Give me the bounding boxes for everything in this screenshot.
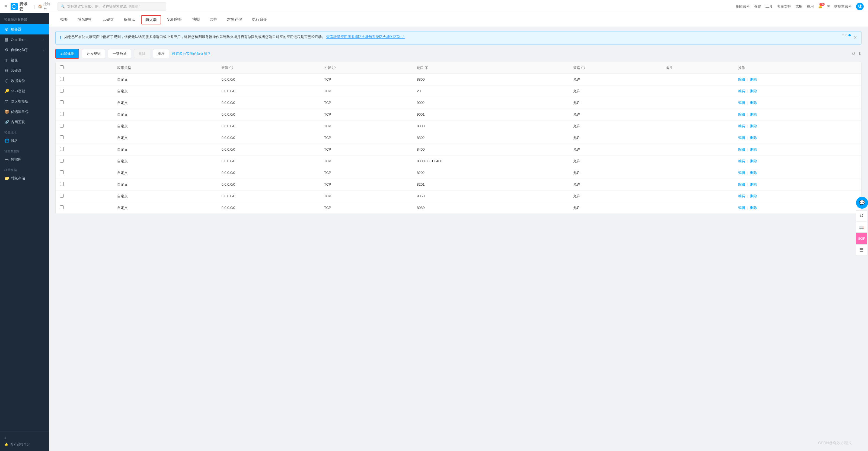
delete-action-link[interactable]: 删除 [750, 112, 757, 116]
row-select-checkbox[interactable] [60, 194, 64, 198]
sidebar-item-data-backup[interactable]: ⬡ 数据备份 [0, 76, 49, 86]
sidebar-item-database[interactable]: 🗃 数据库 [0, 154, 49, 165]
row-port: 8800 [412, 73, 569, 85]
delete-action-link[interactable]: 删除 [750, 171, 757, 175]
nav-group-account[interactable]: 集团账号 [736, 4, 750, 9]
row-port: 8202 [412, 167, 569, 179]
sidebar-item-firewall-tpl[interactable]: 🛡 防火墙模板 [0, 96, 49, 107]
edit-action-link[interactable]: 编辑 [738, 77, 745, 82]
tab-dns[interactable]: 域名解析 [73, 13, 98, 26]
nav-messages[interactable]: ✉ [827, 4, 830, 8]
select-all-checkbox[interactable] [60, 65, 64, 69]
float-scif-button[interactable]: SCiF [856, 233, 867, 244]
hamburger-menu[interactable]: ≡ [4, 3, 7, 9]
row-actions: 编辑 | 删除 [734, 190, 861, 202]
multiple-firewall-link[interactable]: 设置多台实例的防火墙？ [172, 51, 211, 56]
nav-notifications[interactable]: 🔔 24 [818, 4, 823, 8]
home-icon: 🏠 [38, 4, 42, 8]
row-type: 自定义 [113, 120, 217, 132]
one-click-button[interactable]: 一键放通 [108, 49, 131, 58]
tab-backup[interactable]: 备份点 [119, 13, 140, 26]
import-rule-button[interactable]: 导入规则 [82, 49, 105, 58]
tab-overview[interactable]: 概要 [55, 13, 73, 26]
tab-snapshot[interactable]: 快照 [187, 13, 205, 26]
avatar[interactable]: 哒 [856, 3, 864, 10]
tab-object-storage[interactable]: 对象存储 [222, 13, 247, 26]
edit-action-link[interactable]: 编辑 [738, 182, 745, 186]
row-actions: 编辑 | 删除 [734, 155, 861, 167]
delete-action-link[interactable]: 删除 [750, 77, 757, 82]
edit-action-link[interactable]: 编辑 [738, 194, 745, 198]
nav-record[interactable]: 备案 [754, 4, 761, 9]
delete-action-link[interactable]: 删除 [750, 159, 757, 163]
row-select-checkbox[interactable] [60, 112, 64, 116]
float-menu-button[interactable]: ☰ [856, 244, 867, 255]
delete-action-link[interactable]: 删除 [750, 89, 757, 93]
row-port: 9001 [412, 109, 569, 120]
delete-action-link[interactable]: 删除 [750, 182, 757, 186]
row-select-checkbox[interactable] [60, 89, 64, 93]
sidebar-collapse[interactable]: ≡ [4, 435, 44, 441]
alert-link[interactable]: 查看轻量应用服务器防火墙与系统防火墙的区别 ↗ [326, 35, 405, 39]
sidebar-item-server[interactable]: ⊙ 服务器 [0, 24, 49, 34]
alert-close-button[interactable]: ✕ [854, 34, 857, 41]
tab-cloud-disk[interactable]: 云硬盘 [98, 13, 119, 26]
nav-tools[interactable]: 工具 [766, 4, 773, 9]
sidebar-label-firewall-tpl: 防火墙模板 [11, 99, 44, 104]
row-select-checkbox[interactable] [60, 205, 64, 209]
row-select-checkbox[interactable] [60, 124, 64, 127]
edit-action-link[interactable]: 编辑 [738, 159, 745, 163]
edit-action-link[interactable]: 编辑 [738, 112, 745, 116]
nav-billing[interactable]: 费用 [807, 4, 814, 9]
tab-monitor[interactable]: 监控 [205, 13, 222, 26]
sidebar-item-mirror[interactable]: ◫ 镜像 [0, 55, 49, 65]
row-select-checkbox[interactable] [60, 100, 64, 104]
delete-action-link[interactable]: 删除 [750, 206, 757, 210]
row-select-checkbox[interactable] [60, 136, 64, 139]
notification-badge: 24 [819, 3, 825, 6]
edit-action-link[interactable]: 编辑 [738, 124, 745, 128]
delete-action-link[interactable]: 删除 [750, 124, 757, 128]
edit-action-link[interactable]: 编辑 [738, 147, 745, 151]
edit-action-link[interactable]: 编辑 [738, 101, 745, 105]
delete-action-link[interactable]: 删除 [750, 147, 757, 151]
edit-action-link[interactable]: 编辑 [738, 89, 745, 93]
row-select-checkbox[interactable] [60, 77, 64, 81]
sidebar-item-domain[interactable]: 🌐 域名 [0, 136, 49, 146]
sidebar-item-ssh-key[interactable]: 🔑 SSH密钥 [0, 86, 49, 96]
delete-action-link[interactable]: 删除 [750, 194, 757, 198]
sidebar-item-auto-assist[interactable]: ⚙ 自动化助手 ▾ [0, 45, 49, 55]
refresh-icon[interactable]: ↺ [852, 51, 855, 56]
float-chat-button[interactable]: 💬 [856, 197, 868, 209]
sidebar-item-cloud-disk[interactable]: ☷ 云硬盘 [0, 65, 49, 76]
float-book-button[interactable]: 📖 [856, 222, 867, 233]
tab-firewall[interactable]: 防火墙 [141, 15, 161, 24]
delete-action-link[interactable]: 删除 [750, 136, 757, 140]
edit-action-link[interactable]: 编辑 [738, 136, 745, 140]
float-refresh-button[interactable]: ↺ [856, 210, 867, 221]
row-port: 9853 [412, 190, 569, 202]
sidebar-item-object-storage[interactable]: 📁 对象存储 [0, 173, 49, 183]
row-select-checkbox[interactable] [60, 182, 64, 186]
object-storage-icon: 📁 [4, 176, 9, 181]
tab-exec-cmd[interactable]: 执行命令 [247, 13, 272, 26]
delete-button[interactable]: 删除 [134, 49, 150, 58]
sidebar-rate[interactable]: ⭐ 给产品打个分 [4, 441, 44, 448]
nav-support[interactable]: 客服支持 [777, 4, 791, 9]
add-rule-button[interactable]: 添加规则 [55, 49, 79, 59]
delete-action-link[interactable]: 删除 [750, 101, 757, 105]
sidebar-item-orcaterm[interactable]: ▦ OrcaTerm ↗ [0, 34, 49, 45]
row-select-checkbox[interactable] [60, 171, 64, 174]
row-select-checkbox[interactable] [60, 147, 64, 151]
nav-user-label[interactable]: 哒哒主账号 [834, 4, 852, 9]
nav-trial[interactable]: 试用 [795, 4, 802, 9]
search-bar[interactable]: 🔍 支持通过实例ID、IP、名称等搜索资源 快捷键 / [58, 2, 166, 11]
sidebar-item-traffic-pkg[interactable]: 📦 优选流量包 [0, 107, 49, 117]
download-icon[interactable]: ⬇ [858, 51, 862, 56]
sort-button[interactable]: 排序 [153, 49, 169, 58]
edit-action-link[interactable]: 编辑 [738, 171, 745, 175]
row-select-checkbox[interactable] [60, 159, 64, 162]
tab-ssh[interactable]: SSH密钥 [162, 13, 187, 26]
sidebar-item-intranet[interactable]: 🔗 内网互联 [0, 117, 49, 127]
edit-action-link[interactable]: 编辑 [738, 206, 745, 210]
